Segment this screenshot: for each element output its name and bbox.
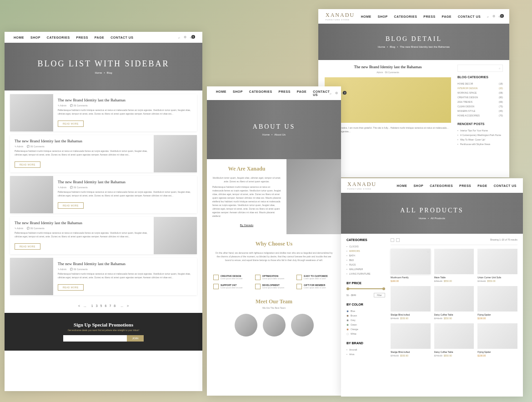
brand-filter[interactable]: Amcraft	[346, 347, 385, 352]
product-card[interactable]: Daisy Coffee Table $746.00$550.90	[434, 323, 474, 357]
nav-contact[interactable]: CONTACT US	[313, 90, 330, 96]
recent-post-link[interactable]: Way To Wear: Cover Up!	[457, 137, 503, 142]
nav-categories[interactable]: CATEGORIES	[249, 90, 272, 96]
nav-categories[interactable]: CATEGORIES	[47, 36, 70, 39]
grid-view-icon[interactable]	[391, 238, 394, 242]
category-filter[interactable]: WALLPAPER	[346, 267, 385, 271]
nav-home[interactable]: HOME	[361, 15, 371, 18]
nav-press[interactable]: PRESS	[459, 184, 471, 187]
cart-icon[interactable]: 🛍	[190, 36, 193, 39]
read-more-button[interactable]: READ MORE	[58, 202, 84, 209]
product-image[interactable]	[477, 323, 517, 349]
logo[interactable]: XANADU	[347, 181, 376, 188]
blog-title[interactable]: The new Brand Identity last the Bahamas	[58, 261, 192, 266]
blog-thumbnail[interactable]	[10, 94, 53, 131]
page-next[interactable]: >	[127, 304, 129, 307]
nav-shop[interactable]: SHOP	[30, 36, 40, 39]
nav-contact[interactable]: CONTACT US	[458, 15, 481, 18]
breadcrumb-home[interactable]: Home	[419, 217, 426, 220]
nav-home[interactable]: HOME	[216, 90, 226, 96]
nav-home[interactable]: HOME	[14, 36, 24, 39]
category-filter[interactable]: BATH	[346, 253, 385, 258]
color-filter[interactable]: Orange	[346, 327, 385, 332]
product-image[interactable]	[434, 323, 474, 349]
page-number[interactable]: 7	[109, 304, 111, 307]
category-item[interactable]: MODERN STYLE(45)	[457, 109, 503, 113]
cart-icon[interactable]: 🛍	[499, 15, 502, 18]
product-image[interactable]	[477, 249, 517, 274]
breadcrumb-home[interactable]: Home	[95, 71, 102, 74]
product-card[interactable]: ♡ Mushroom Family $190.00	[391, 249, 431, 282]
search-icon[interactable]: ⌕	[330, 92, 331, 95]
category-item[interactable]: CLEAN DESIGN(75)	[457, 104, 503, 109]
blog-title[interactable]: The new Brand Identity last the Bahamas	[58, 98, 192, 102]
page-number[interactable]: 1	[91, 304, 93, 307]
product-image[interactable]	[434, 286, 474, 312]
category-filter[interactable]: CLOCKS	[346, 244, 385, 249]
nav-categories[interactable]: CATEGORIES	[430, 184, 453, 187]
page-number[interactable]: 6	[105, 304, 107, 307]
gear-icon[interactable]: ⚙	[492, 15, 495, 18]
nav-page[interactable]: PAGE	[95, 36, 104, 39]
recent-post-link[interactable]: Penthouse with Skyline Views	[457, 142, 503, 146]
nav-press[interactable]: PRESS	[76, 36, 88, 39]
nav-contact[interactable]: CONTACT US	[110, 36, 133, 39]
nav-shop[interactable]: SHOP	[378, 15, 388, 18]
search-icon[interactable]: ⌕	[487, 15, 489, 18]
team-member-avatar[interactable]	[235, 314, 257, 337]
read-more-button[interactable]: READ MORE	[58, 284, 84, 291]
color-filter[interactable]: Blue	[346, 309, 385, 313]
blog-title[interactable]: The new Brand Identity last the Bahamas	[15, 221, 149, 225]
wishlist-icon[interactable]: ♡	[427, 250, 429, 253]
team-member-avatar[interactable]	[263, 314, 286, 337]
breadcrumb-home[interactable]: Home	[262, 133, 270, 136]
category-item[interactable]: WORKING SPACE(08)	[457, 90, 503, 95]
page-number[interactable]: 3	[96, 304, 98, 307]
nav-press[interactable]: PRESS	[279, 90, 291, 96]
blog-thumbnail[interactable]	[154, 217, 197, 254]
breadcrumb-home[interactable]: Home	[378, 45, 385, 48]
product-image[interactable]	[391, 323, 431, 349]
breadcrumb-blog[interactable]: Blog	[390, 45, 395, 48]
nav-press[interactable]: PRESS	[423, 15, 435, 18]
read-more-button[interactable]: READ MORE	[15, 243, 40, 250]
product-card[interactable]: Maze Table $756.00$550.00	[434, 249, 474, 282]
list-view-icon[interactable]	[396, 238, 400, 242]
blog-thumbnail[interactable]	[10, 176, 53, 213]
color-filter[interactable]: Green	[346, 322, 385, 327]
page-number[interactable]: 8	[114, 304, 115, 307]
nav-page[interactable]: PAGE	[477, 184, 487, 187]
price-slider[interactable]	[346, 288, 385, 289]
blog-thumbnail[interactable]	[154, 135, 197, 172]
logo[interactable]: XANADU	[326, 12, 355, 19]
color-filter[interactable]: Brown	[346, 313, 385, 318]
nav-page[interactable]: PAGE	[442, 15, 452, 18]
cart-icon[interactable]: 🛍	[341, 92, 345, 95]
product-card[interactable]: Flying Spider $190.00	[477, 323, 517, 357]
product-card[interactable]: Sledge Blind-tufted $746.00$550.90	[391, 323, 431, 357]
about-link[interactable]: By Xanadu	[240, 224, 253, 226]
product-card[interactable]: Flying Spider $190.00	[477, 286, 517, 320]
page-number[interactable]: 5	[100, 304, 102, 307]
blog-title[interactable]: The new Brand Identity last the Bahamas	[58, 180, 192, 184]
search-input[interactable]: ⌕	[457, 65, 503, 72]
category-filter[interactable]: MIRRORS	[346, 249, 385, 253]
color-filter[interactable]: White	[346, 332, 385, 336]
product-image[interactable]	[477, 286, 517, 312]
nav-home[interactable]: HOME	[396, 184, 407, 187]
product-image[interactable]	[434, 249, 474, 274]
read-more-button[interactable]: READ MORE	[58, 121, 84, 127]
blog-title[interactable]: The new Brand Identity last the Bahamas	[15, 139, 149, 143]
nav-shop[interactable]: SHOP	[233, 90, 243, 96]
brand-filter[interactable]: Ariva	[346, 352, 385, 357]
category-filter[interactable]: LIVING FURNITURE	[346, 271, 385, 276]
color-filter[interactable]: Gray	[346, 318, 385, 322]
product-image[interactable]: ♡	[391, 249, 431, 274]
blog-thumbnail[interactable]	[10, 258, 53, 295]
gear-icon[interactable]: ⚙	[184, 35, 186, 39]
nav-categories[interactable]: CATEGORIES	[394, 15, 417, 18]
product-image[interactable]	[391, 286, 431, 312]
category-item[interactable]: CREATIVE DESIGN(80)	[457, 95, 503, 100]
category-item[interactable]: HOME ACCESORIES(70)	[457, 113, 503, 118]
category-filter[interactable]: RUGS	[346, 262, 385, 267]
